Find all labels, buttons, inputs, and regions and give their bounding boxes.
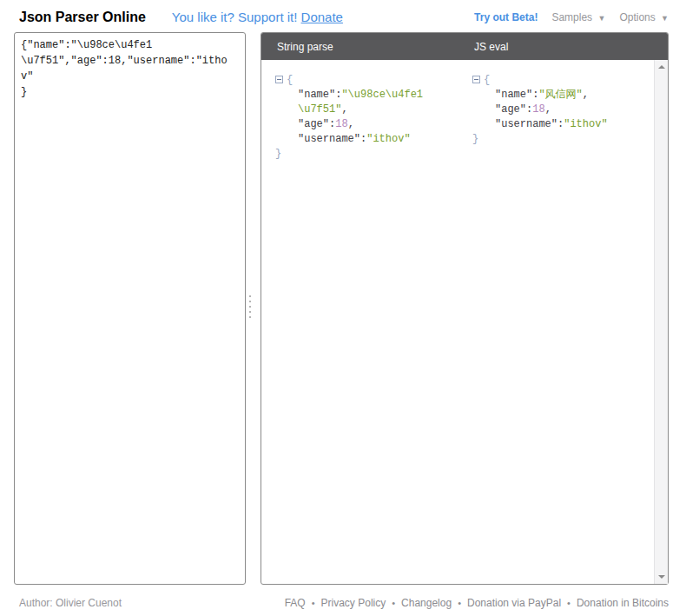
options-menu-label: Options: [619, 11, 655, 23]
resize-dot: [249, 311, 251, 313]
result-panel: String parse JS eval {"name":"\u98ce\u4f…: [261, 32, 669, 585]
json-token-string: "\u98ce\u4fe1: [341, 89, 423, 101]
header: Json Parser Online You like it? Support …: [0, 0, 686, 32]
tree-line: "name":"风信网",: [472, 88, 646, 103]
tree-line: "age":18,: [275, 117, 465, 132]
json-token-key: "name": [495, 89, 532, 101]
footer-links: FAQ • Privacy Policy • Changelog • Donat…: [285, 597, 669, 609]
json-token-brace: }: [275, 148, 281, 160]
json-token-string: "ithov": [366, 133, 410, 145]
scroll-up-icon[interactable]: [655, 60, 668, 74]
json-token-number: 18: [335, 118, 347, 130]
result-panel-header: String parse JS eval: [261, 33, 668, 60]
json-token-brace: {: [484, 74, 490, 86]
options-menu[interactable]: Options ▼: [619, 11, 669, 23]
tree-line: "username":"ithov": [275, 132, 465, 147]
samples-menu-label: Samples: [551, 11, 592, 23]
json-token-string: \u7f51": [298, 103, 341, 116]
bullet-separator: •: [392, 598, 395, 608]
resize-dot: [249, 316, 251, 318]
tree-line: \u7f51",: [275, 103, 465, 117]
result-panel-body: {"name":"\u98ce\u4fe1\u7f51","age":18,"u…: [261, 60, 668, 584]
donate-link[interactable]: Donate: [301, 10, 343, 24]
bullet-separator: •: [567, 598, 571, 608]
page-title: Json Parser Online: [19, 10, 146, 25]
json-token-brace: {: [287, 74, 293, 86]
resize-dot: [249, 295, 251, 297]
collapse-icon[interactable]: [275, 76, 283, 83]
footer-link-faq[interactable]: FAQ: [285, 597, 306, 609]
support-text: You like it? Support it! Donate: [172, 10, 343, 24]
chevron-down-icon: ▼: [597, 14, 605, 23]
resize-dot: [249, 306, 251, 308]
tree-line: {: [275, 73, 465, 88]
json-token-punct: ,: [545, 103, 551, 116]
panel-resize-handle[interactable]: [249, 295, 253, 318]
bullet-separator: •: [458, 598, 461, 608]
scrollbar[interactable]: [654, 60, 668, 584]
js-eval-header: JS eval: [474, 41, 508, 53]
support-message: You like it? Support it!: [172, 10, 298, 24]
footer-link-changelog[interactable]: Changelog: [401, 597, 452, 609]
json-token-key: "age": [495, 103, 526, 116]
bullet-separator: •: [312, 598, 315, 608]
tree-line: }: [275, 147, 465, 162]
footer-link-donation-paypal[interactable]: Donation via PayPal: [467, 597, 561, 609]
json-token-brace: }: [472, 133, 478, 145]
footer: Author: Olivier Cuenot FAQ • Privacy Pol…: [0, 585, 686, 616]
json-token-key: "age": [298, 118, 329, 130]
footer-link-privacy-policy[interactable]: Privacy Policy: [321, 597, 386, 609]
tree-line: {: [472, 73, 646, 88]
samples-menu[interactable]: Samples ▼: [551, 11, 605, 23]
main-area: {"name":"\u98ce\u4fe1 \u7f51","age":18,"…: [0, 32, 686, 585]
scroll-down-icon[interactable]: [655, 570, 668, 584]
json-token-punct: ,: [583, 89, 589, 101]
tree-line: "age":18,: [472, 103, 646, 117]
json-token-string: "ithov": [564, 118, 607, 130]
collapse-icon[interactable]: [472, 76, 480, 83]
json-token-key: "username": [298, 133, 360, 145]
author-text: Author: Olivier Cuenot: [19, 597, 122, 609]
tree-line: }: [472, 132, 646, 147]
tree-line: "username":"ithov": [472, 117, 646, 132]
string-parse-header: String parse: [277, 41, 333, 53]
footer-link-donation-bitcoins[interactable]: Donation in Bitcoins: [577, 597, 669, 609]
resize-dot: [249, 301, 251, 302]
header-menu-group: Try out Beta! Samples ▼ Options ▼: [474, 11, 669, 23]
js-eval-tree: {"name":"风信网","age":18,"username":"ithov…: [472, 73, 646, 147]
json-token-number: 18: [532, 103, 544, 116]
string-parse-tree: {"name":"\u98ce\u4fe1\u7f51","age":18,"u…: [275, 73, 465, 162]
chevron-down-icon: ▼: [661, 14, 669, 23]
json-token-punct: ,: [341, 103, 347, 116]
json-token-string: "风信网": [538, 89, 582, 101]
beta-link[interactable]: Try out Beta!: [474, 11, 538, 23]
json-token-punct: ,: [348, 118, 354, 130]
json-token-key: "username": [495, 118, 557, 130]
tree-line: "name":"\u98ce\u4fe1: [275, 88, 465, 103]
json-input[interactable]: {"name":"\u98ce\u4fe1 \u7f51","age":18,"…: [14, 32, 246, 585]
json-token-key: "name": [298, 89, 335, 101]
